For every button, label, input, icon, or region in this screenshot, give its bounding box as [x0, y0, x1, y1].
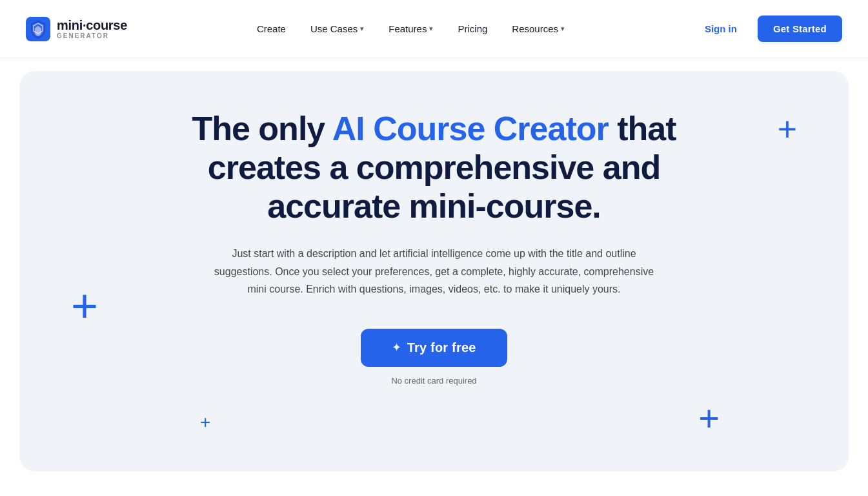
- main-nav: Create Use Cases ▾ Features ▾ Pricing Re…: [247, 18, 575, 39]
- no-credit-text: No credit card required: [391, 376, 476, 386]
- plus-icon: ✦: [392, 340, 401, 355]
- hero-description: Just start with a description and let ar…: [208, 245, 660, 298]
- hero-title-part1: The only: [192, 110, 332, 147]
- plus-decoration-bottom-left: +: [200, 412, 210, 433]
- main-content: + + + + The only AI Course Creator that …: [0, 58, 868, 484]
- header: mini·course GENERATOR Create Use Cases ▾…: [0, 0, 868, 58]
- plus-decoration-bottom-right: +: [698, 397, 720, 439]
- nav-features[interactable]: Features ▾: [378, 18, 443, 39]
- chevron-down-icon: ▾: [360, 25, 364, 33]
- nav-pricing[interactable]: Pricing: [447, 18, 498, 39]
- logo-icon: [26, 17, 50, 41]
- chevron-down-icon: ▾: [561, 25, 565, 33]
- sign-in-button[interactable]: Sign in: [694, 18, 747, 39]
- chevron-down-icon: ▾: [429, 25, 433, 33]
- logo-text: mini·course GENERATOR: [57, 18, 127, 39]
- logo-tagline: GENERATOR: [57, 32, 127, 39]
- hero-section: + + + + The only AI Course Creator that …: [19, 71, 849, 471]
- header-actions: Sign in Get Started: [694, 16, 842, 42]
- logo[interactable]: mini·course GENERATOR: [26, 17, 127, 41]
- logo-name: mini·course: [57, 18, 127, 32]
- get-started-button[interactable]: Get Started: [758, 16, 842, 42]
- hero-title-highlight: AI Course Creator: [332, 110, 609, 147]
- plus-decoration-top-right: +: [778, 110, 797, 149]
- try-btn-label: Try for free: [407, 340, 476, 355]
- try-for-free-button[interactable]: ✦ Try for free: [361, 329, 507, 367]
- nav-create[interactable]: Create: [247, 18, 296, 39]
- plus-decoration-mid-left: +: [71, 279, 98, 332]
- nav-use-cases[interactable]: Use Cases ▾: [300, 18, 374, 39]
- hero-title: The only AI Course Creator that creates …: [157, 110, 712, 225]
- nav-resources[interactable]: Resources ▾: [501, 18, 575, 39]
